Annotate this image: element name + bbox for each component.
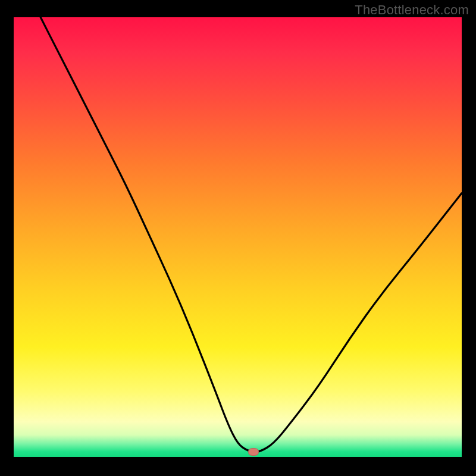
chart-stage: TheBottleneck.com [0,0,476,476]
optimal-marker [248,448,259,456]
plot-area [14,17,462,457]
watermark-text: TheBottleneck.com [355,2,469,18]
bottleneck-curve [14,17,462,457]
